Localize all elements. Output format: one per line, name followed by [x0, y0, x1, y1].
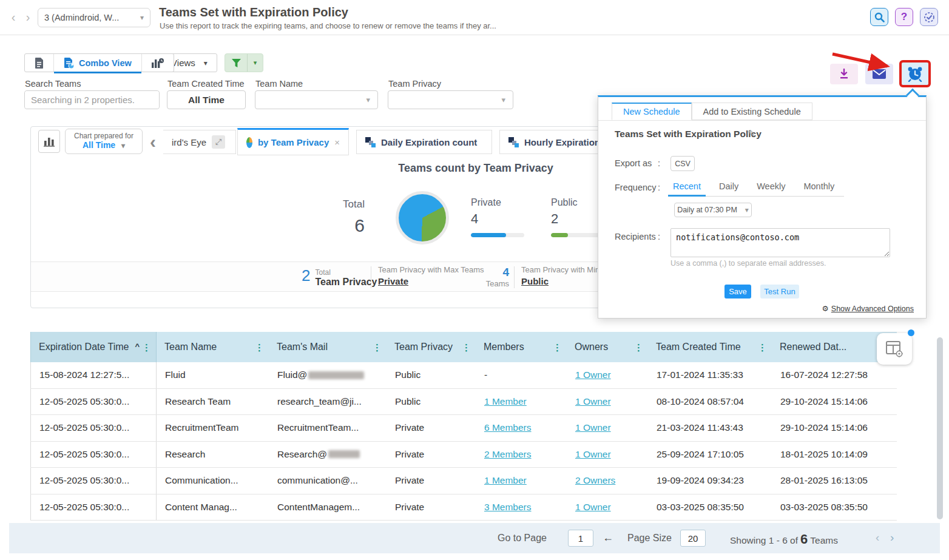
created-time-value: All Time [188, 95, 225, 106]
filter-button[interactable] [225, 54, 247, 72]
column-header-created-time[interactable]: Team Created Time ⋮ [648, 332, 772, 362]
goto-page-input[interactable] [568, 530, 593, 547]
cell-team-mail: ContentManagem... [269, 494, 387, 521]
tab-new-schedule[interactable]: New Schedule [612, 103, 692, 120]
table-row[interactable]: 12-05-2025 05:30:0... Research Research@… [30, 442, 897, 468]
schedule-time-dropdown[interactable]: Daily at 07:30 PM ▾ [674, 203, 752, 217]
chart-prepared-for-button[interactable]: Chart prepared for All Time ▾ [65, 129, 143, 154]
show-advanced-options-link[interactable]: ⚙Show Advanced Options [822, 304, 914, 313]
column-header-team-privacy[interactable]: Team Privacy ⋮ [387, 332, 476, 362]
nav-forward-icon[interactable]: › [21, 10, 35, 25]
members-link[interactable]: 3 Members [484, 502, 532, 513]
owners-link[interactable]: 1 Owner [575, 369, 611, 380]
members-link[interactable]: 2 Members [484, 449, 532, 460]
page-next-icon[interactable]: › [890, 531, 894, 544]
total-label: Total [304, 198, 365, 211]
chart-type-button[interactable] [38, 130, 60, 153]
private-bar [471, 233, 524, 237]
column-header-team-mail[interactable]: Team's Mail ⋮ [269, 332, 387, 362]
freq-daily[interactable]: Daily [719, 181, 738, 191]
owners-link[interactable]: 2 Owners [575, 475, 615, 486]
privacy-pie-chart[interactable] [396, 191, 449, 245]
workspace-selector[interactable]: 3 (Admindroid, W... ▾ [38, 8, 150, 27]
column-menu-icon[interactable]: ⋮ [634, 343, 643, 351]
table-row[interactable]: 12-05-2025 05:30:0... Content Manag... C… [30, 494, 897, 521]
page-previous-icon[interactable]: ‹ [876, 531, 879, 544]
column-menu-icon[interactable]: ⋮ [553, 343, 562, 351]
download-report-button[interactable] [830, 64, 858, 84]
chart-tabs-scroll-left-icon[interactable]: ‹ [150, 132, 156, 152]
filter-dropdown-caret[interactable]: ▾ [247, 54, 263, 72]
table-row[interactable]: 12-05-2025 05:30:0... Research Team rese… [30, 389, 897, 416]
column-menu-icon[interactable]: ⋮ [255, 343, 264, 351]
table-settings-icon [885, 340, 903, 358]
recipients-input[interactable]: notifications@contoso.com [670, 228, 890, 257]
members-link[interactable]: 1 Member [484, 396, 527, 407]
owners-link[interactable]: 1 Owner [575, 449, 611, 460]
vertical-scrollbar[interactable] [937, 337, 943, 519]
help-button[interactable]: ? [895, 8, 913, 26]
members-link[interactable]: 1 Member [484, 475, 527, 486]
sort-ascending-icon[interactable]: ^ [135, 342, 140, 351]
edit-pencil-icon[interactable]: ✎ [748, 128, 755, 139]
column-header-owners[interactable]: Owners ⋮ [567, 332, 648, 362]
stat-max-link[interactable]: Private [378, 276, 408, 286]
mail-icon [873, 69, 886, 79]
freq-weekly[interactable]: Weekly [757, 181, 785, 191]
stat-total-team-privacy: 2 Total Team Privacy [302, 266, 377, 288]
page-size-input[interactable] [680, 530, 706, 547]
search-teams-input[interactable] [25, 91, 159, 109]
test-run-button[interactable]: Test Run [760, 285, 799, 299]
cell-owners: 2 Owners [567, 468, 648, 494]
column-header-team-name[interactable]: Team Name ⋮ [157, 332, 269, 362]
tab-add-existing-schedule[interactable]: Add to Existing Schedule [692, 103, 812, 120]
cell-team-name: RecruitmentTeam [157, 415, 269, 441]
owners-link[interactable]: 1 Owner [575, 502, 611, 513]
tab-birds-eye[interactable]: ird's Eye ⤢ [163, 130, 236, 154]
created-time-button[interactable]: All Time [167, 90, 246, 109]
clock-check-icon [924, 12, 935, 23]
freq-recent[interactable]: Recent [673, 181, 701, 191]
owners-link[interactable]: 1 Owner [575, 422, 611, 433]
column-menu-icon[interactable]: ⋮ [373, 343, 382, 351]
table-row[interactable]: 12-05-2025 05:30:0... Communication... c… [30, 468, 897, 494]
nav-back-icon[interactable]: ‹ [6, 10, 21, 25]
close-icon[interactable]: × [334, 137, 340, 147]
column-menu-icon[interactable]: ⋮ [758, 343, 767, 351]
owners-link[interactable]: 1 Owner [575, 396, 611, 407]
column-label: Team Created Time [656, 342, 741, 353]
schedule-report-button[interactable] [899, 60, 931, 87]
global-search-button[interactable] [870, 8, 888, 26]
cell-privacy: Private [387, 468, 476, 494]
tab-table-view[interactable] [25, 54, 54, 72]
go-arrow-icon[interactable]: ← [603, 531, 613, 544]
email-report-button[interactable] [865, 64, 893, 84]
team-name-dropdown[interactable]: ▾ [255, 90, 378, 109]
column-header-expiration[interactable]: Expiration Date Time ^ ⋮ [30, 332, 157, 362]
table-row[interactable]: 12-05-2025 05:30:0... RecruitmentTeam Re… [30, 415, 897, 442]
table-row[interactable]: 15-08-2024 12:27:5... Fluid Fluid@ Publi… [30, 362, 897, 389]
column-menu-icon[interactable]: ⋮ [462, 343, 471, 351]
save-button[interactable]: Save [724, 285, 751, 299]
export-format-button[interactable]: CSV [670, 156, 695, 171]
column-header-members[interactable]: Members ⋮ [476, 332, 567, 362]
audit-status-button[interactable] [920, 8, 938, 26]
schedule-popup: New Schedule Add to Existing Schedule Te… [598, 95, 927, 319]
members-link[interactable]: 6 Members [484, 422, 532, 433]
tab-daily-expiration[interactable]: Daily Expiration count [356, 130, 492, 154]
expand-icon[interactable]: ⤢ [212, 135, 225, 149]
column-menu-icon[interactable]: ⋮ [142, 343, 151, 351]
tab-by-team-privacy[interactable]: by Team Privacy × [237, 128, 349, 155]
freq-monthly[interactable]: Monthly [803, 181, 834, 191]
cell-team-name: Research Team [157, 389, 269, 415]
caret-down-icon: ▾ [254, 59, 257, 67]
tab-combo-view[interactable]: Combo View [54, 54, 142, 72]
daily-expiration-label: Daily Expiration count [381, 137, 477, 147]
stat-min-link[interactable]: Public [521, 276, 549, 286]
advanced-options-label: Show Advanced Options [831, 305, 914, 313]
team-privacy-dropdown[interactable]: ▾ [388, 90, 513, 109]
tab-chart-view[interactable] [142, 54, 174, 72]
stat-max-teams: Team Privacy with Max Teams Private [378, 265, 484, 287]
column-settings-button[interactable] [877, 333, 912, 365]
search-teams-field [24, 90, 160, 109]
